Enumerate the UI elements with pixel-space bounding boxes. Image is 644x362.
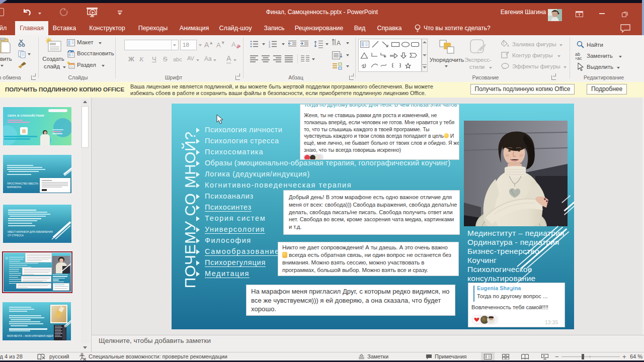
svg-text:3: 3 [269, 45, 270, 48]
svg-text:А: А [231, 41, 236, 48]
svg-text:ac: ac [577, 56, 582, 60]
svg-text:А: А [337, 40, 341, 47]
